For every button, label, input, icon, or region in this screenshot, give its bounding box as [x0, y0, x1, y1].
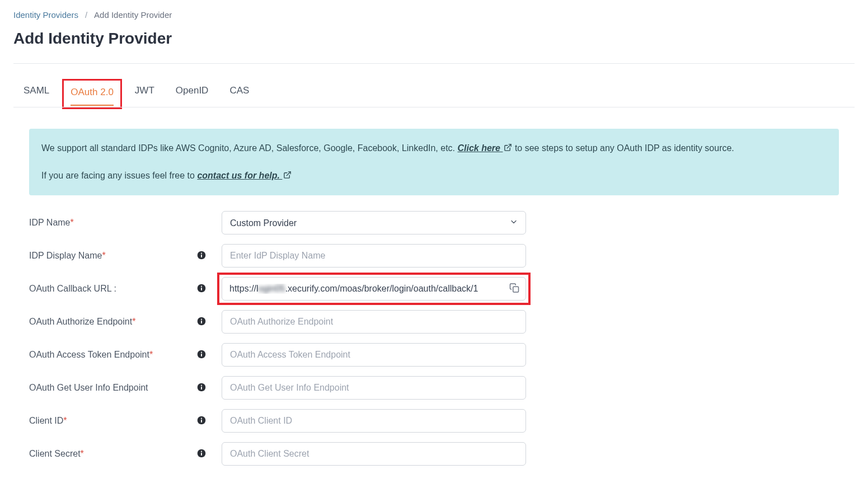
svg-rect-14 [201, 353, 202, 356]
info-line2-prefix: If you are facing any issues feel free t… [41, 171, 197, 180]
info-icon[interactable] [197, 383, 206, 393]
page-title: Add Identity Provider [13, 30, 855, 48]
info-icon[interactable] [197, 284, 206, 294]
info-click-here-link[interactable]: Click here [458, 143, 513, 153]
info-icon[interactable] [197, 449, 206, 459]
svg-line-0 [508, 144, 512, 148]
client-secret-input[interactable] [222, 442, 526, 466]
svg-rect-4 [201, 254, 202, 257]
callback-url-highlight-box: https://login05.xecurify.com/moas/broker… [217, 273, 531, 305]
svg-rect-7 [201, 287, 202, 290]
idp-name-select[interactable]: Custom Provider [222, 211, 526, 234]
info-line1-prefix: We support all standard IDPs like AWS Co… [41, 143, 458, 153]
client-id-input[interactable] [222, 409, 526, 433]
tab-openid[interactable]: OpenID [176, 81, 209, 107]
oauth-tab-highlight-box: OAuth 2.0 [62, 79, 122, 109]
info-icon[interactable] [197, 350, 206, 360]
tab-jwt[interactable]: JWT [135, 81, 154, 107]
info-contact-link[interactable]: contact us for help. [197, 171, 292, 180]
client-secret-label: Client Secret* [29, 449, 197, 459]
oauth-callback-url-label: OAuth Callback URL : [29, 284, 197, 294]
oauth-access-token-endpoint-label: OAuth Access Token Endpoint* [29, 350, 197, 360]
svg-point-16 [201, 384, 202, 386]
tab-cas[interactable]: CAS [229, 81, 249, 107]
svg-rect-8 [513, 287, 519, 292]
tab-oauth[interactable]: OAuth 2.0 [71, 82, 114, 106]
svg-point-3 [201, 252, 202, 254]
svg-line-1 [287, 171, 291, 175]
external-link-icon [504, 142, 512, 156]
info-icon[interactable] [197, 251, 206, 261]
oauth-access-token-endpoint-input[interactable] [222, 343, 526, 367]
idp-display-name-input[interactable] [222, 244, 526, 268]
info-banner: We support all standard IDPs like AWS Co… [29, 129, 839, 195]
idp-name-label: IDP Name* [29, 218, 197, 228]
tabs-bar: SAML OAuth 2.0 JWT OpenID CAS [13, 64, 855, 107]
svg-point-22 [201, 451, 202, 452]
info-line1-suffix: to see steps to setup any OAuth IDP as i… [512, 143, 734, 153]
tab-saml[interactable]: SAML [24, 81, 49, 107]
breadcrumb-current: Add Identity Provider [94, 10, 172, 20]
breadcrumb-separator: / [85, 10, 87, 20]
info-icon[interactable] [197, 317, 206, 327]
svg-rect-17 [201, 386, 202, 389]
svg-point-10 [201, 318, 202, 320]
oauth-callback-url-input[interactable] [222, 277, 526, 301]
oauth-user-info-endpoint-input[interactable] [222, 376, 526, 400]
breadcrumb: Identity Providers / Add Identity Provid… [13, 10, 855, 20]
breadcrumb-parent-link[interactable]: Identity Providers [13, 10, 78, 20]
oauth-authorize-endpoint-input[interactable] [222, 310, 526, 334]
idp-display-name-label: IDP Display Name* [29, 251, 197, 261]
svg-point-19 [201, 417, 202, 419]
info-icon[interactable] [197, 416, 206, 426]
copy-icon[interactable] [509, 283, 519, 295]
svg-rect-23 [201, 452, 202, 455]
client-id-label: Client ID* [29, 416, 197, 426]
oauth-user-info-endpoint-label: OAuth Get User Info Endpoint [29, 383, 197, 393]
external-link-icon [283, 169, 292, 184]
oauth-authorize-endpoint-label: OAuth Authorize Endpoint* [29, 317, 197, 327]
svg-rect-11 [201, 320, 202, 323]
svg-rect-20 [201, 419, 202, 422]
svg-point-6 [201, 285, 202, 287]
svg-point-13 [201, 351, 202, 353]
